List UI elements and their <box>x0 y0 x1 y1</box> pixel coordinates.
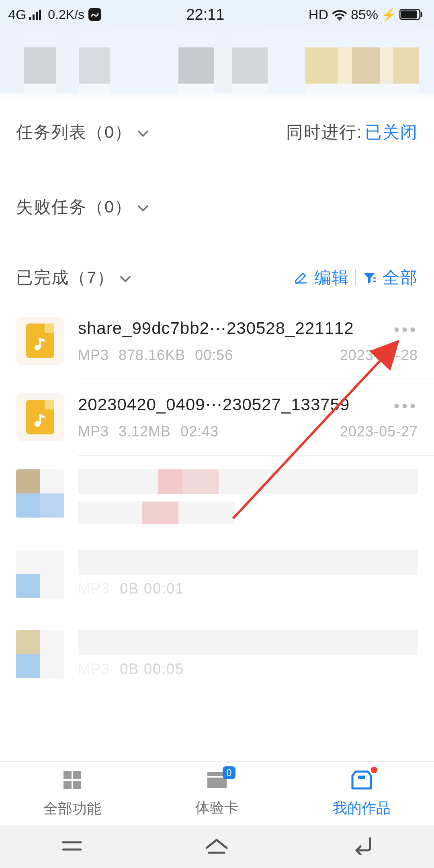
file-date: 2023-05-28 <box>340 347 418 364</box>
svg-point-11 <box>35 345 40 350</box>
wifi-icon <box>332 8 348 20</box>
badge: 0 <box>223 766 235 779</box>
svg-rect-17 <box>73 771 81 779</box>
app-indicator-icon <box>88 7 102 22</box>
filter-icon[interactable] <box>362 270 377 285</box>
tab-all-functions[interactable]: 全部功能 <box>0 762 145 825</box>
file-name: 20230420_0409⋯230527_133759 <box>78 395 418 414</box>
file-size: 3.12MB <box>119 423 171 440</box>
network-type-label: 4G <box>8 7 26 23</box>
file-type: MP3 <box>78 423 109 440</box>
tab-label: 我的作品 <box>333 798 391 818</box>
chevron-down-icon <box>119 268 131 287</box>
home-button[interactable] <box>203 836 230 858</box>
task-list-label: 任务列表（0） <box>16 121 132 143</box>
failed-tasks-section-header[interactable]: 失败任务（0） <box>0 182 434 232</box>
tab-my-works[interactable]: 我的作品 <box>289 762 434 825</box>
edit-button[interactable]: 编辑 <box>314 266 350 289</box>
file-name: share_99dc7bb2⋯230528_221112 <box>78 318 418 338</box>
blurred-meta: MP3 0B 00:05 <box>78 661 418 678</box>
svg-rect-0 <box>29 17 31 20</box>
edit-icon[interactable] <box>293 270 309 285</box>
battery-icon <box>399 9 423 20</box>
file-thumbnail <box>16 393 64 441</box>
concurrent-label: 同时进行: <box>286 121 362 143</box>
android-nav-bar <box>0 825 434 868</box>
svg-point-5 <box>338 19 340 21</box>
svg-rect-19 <box>73 781 81 789</box>
completed-label: 已完成（7） <box>16 266 115 289</box>
file-duration: 00:56 <box>195 347 233 364</box>
box-icon <box>350 769 373 794</box>
more-icon[interactable]: ••• <box>394 321 418 339</box>
file-thumbnail <box>16 317 64 365</box>
music-note-icon <box>34 414 45 427</box>
network-speed-label: 0.2K/s <box>48 7 84 22</box>
tab-label: 体验卡 <box>195 798 239 818</box>
more-icon[interactable]: ••• <box>394 397 418 415</box>
svg-rect-22 <box>358 776 365 779</box>
battery-percent-label: 85% <box>351 7 378 23</box>
failed-tasks-label: 失败任务（0） <box>16 196 132 218</box>
blurred-file-item: MP3 0B 00:05 <box>0 616 434 689</box>
svg-rect-2 <box>36 12 38 20</box>
card-icon: 0 <box>205 770 229 794</box>
blurred-meta: MP3 0B 00:01 <box>78 580 418 597</box>
svg-rect-7 <box>401 10 417 18</box>
svg-rect-16 <box>63 771 72 779</box>
completed-section-header[interactable]: 已完成（7） 编辑 全部 <box>0 252 434 303</box>
file-size: 878.16KB <box>119 347 185 364</box>
blurred-file-item: MP3 0B 00:01 <box>0 536 434 616</box>
bottom-tab-bar: 全部功能 0 体验卡 我的作品 <box>0 761 434 825</box>
signal-icon <box>29 9 45 20</box>
hd-label: HD <box>309 7 328 23</box>
chevron-down-icon <box>137 123 149 142</box>
blurred-file-item <box>0 456 434 536</box>
svg-rect-8 <box>421 12 422 17</box>
file-duration: 02:43 <box>180 423 219 440</box>
notification-dot-icon <box>371 767 377 773</box>
svg-rect-18 <box>63 781 72 789</box>
file-type: MP3 <box>78 347 109 364</box>
chevron-down-icon <box>137 197 149 217</box>
clock-label: 22:11 <box>102 6 309 23</box>
svg-rect-3 <box>39 10 41 20</box>
file-date: 2023-05-27 <box>340 423 418 440</box>
tab-label: 全部功能 <box>43 799 101 819</box>
svg-rect-1 <box>33 14 35 20</box>
file-item[interactable]: share_99dc7bb2⋯230528_221112 MP3 878.16K… <box>0 303 434 365</box>
task-list-section-header[interactable]: 任务列表（0） 同时进行: 已关闭 <box>0 107 434 158</box>
blurred-toolbar <box>0 29 434 93</box>
concurrent-value[interactable]: 已关闭 <box>365 121 418 143</box>
tab-trial-card[interactable]: 0 体验卡 <box>145 762 289 825</box>
status-bar: 4G 0.2K/s 22:11 HD 85% ⚡ <box>0 0 434 29</box>
grid-icon <box>61 769 84 795</box>
file-item[interactable]: 20230420_0409⋯230527_133759 MP3 3.12MB 0… <box>0 379 434 441</box>
charging-icon: ⚡ <box>381 8 396 22</box>
back-button[interactable] <box>349 837 374 857</box>
filter-button[interactable]: 全部 <box>383 266 418 289</box>
svg-rect-21 <box>207 778 227 788</box>
music-note-icon <box>34 337 45 351</box>
svg-point-13 <box>35 421 40 427</box>
recent-apps-button[interactable] <box>60 837 84 856</box>
divider <box>355 269 356 286</box>
